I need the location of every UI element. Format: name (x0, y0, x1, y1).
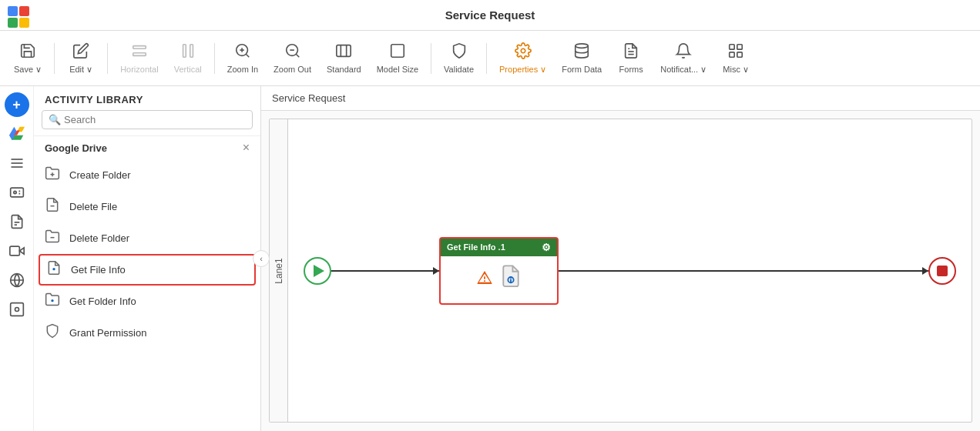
svg-rect-11 (337, 45, 351, 57)
save-icon (19, 42, 36, 63)
gdrive-close-button[interactable]: × (243, 141, 250, 155)
flow-line-1 (331, 270, 439, 272)
svg-point-34 (15, 308, 18, 312)
activity-library-panel: ACTIVITY LIBRARY 🔍 Google Drive × Create… (34, 86, 261, 431)
lane-content: Get File Info .1 ⚙ (288, 119, 972, 422)
delete-file-icon (45, 197, 62, 216)
vertical-label: Vertical (174, 65, 202, 74)
svg-line-9 (296, 54, 299, 57)
svg-rect-22 (737, 52, 742, 56)
list-icon[interactable] (5, 151, 29, 175)
activity-item-grant-permission[interactable]: Grant Permission (34, 317, 260, 349)
svg-rect-21 (730, 52, 734, 56)
activity-item-delete-folder[interactable]: Delete Folder (34, 222, 260, 254)
collapse-panel-button[interactable]: ‹ (253, 250, 270, 267)
svg-rect-2 (183, 45, 186, 58)
zoom-in-label: Zoom In (227, 65, 258, 74)
activity-item-get-file-info[interactable]: Get File Info (39, 254, 256, 286)
add-button[interactable]: + (5, 92, 29, 117)
edit-button[interactable]: Edit ∨ (61, 39, 101, 78)
svg-rect-14 (391, 45, 404, 58)
activity-item-get-folder-info[interactable]: Get Folder Info (34, 286, 260, 317)
model-size-icon (389, 42, 406, 63)
start-node[interactable] (304, 257, 331, 285)
vertical-icon (180, 42, 196, 63)
activity-node-get-file-info[interactable]: Get File Info .1 ⚙ (439, 237, 559, 305)
separator (214, 43, 215, 74)
forms-icon (623, 42, 639, 63)
grant-permission-label: Grant Permission (69, 327, 146, 339)
flow-line-2 (559, 270, 928, 272)
misc-button[interactable]: Misc ∨ (716, 39, 756, 78)
search-icon: 🔍 (49, 114, 61, 125)
get-folder-info-icon (45, 292, 62, 311)
notifications-icon (675, 42, 692, 63)
svg-rect-19 (730, 44, 734, 48)
notes-icon[interactable] (5, 209, 29, 234)
stop-icon (937, 266, 948, 276)
gdrive-title: Google Drive (45, 142, 243, 154)
separator (431, 43, 431, 74)
activity-item-delete-file[interactable]: Delete File (34, 191, 260, 222)
validate-label: Validate (444, 65, 474, 74)
canvas-area: Service Request Lane1 (261, 86, 980, 431)
wordpress-icon[interactable] (5, 268, 29, 292)
activity-list: Create Folder Delete File (34, 159, 260, 431)
video-icon[interactable] (5, 239, 29, 263)
vertical-button[interactable]: Vertical (168, 39, 208, 77)
form-data-button[interactable]: Form Data (555, 39, 608, 77)
top-bar: Service Request (0, 0, 980, 31)
canvas-content[interactable]: Lane1 Get File Info .1 (261, 111, 980, 430)
svg-marker-30 (19, 248, 24, 254)
validate-icon (451, 42, 468, 63)
forms-label: Forms (619, 65, 643, 74)
properties-label: Properties ∨ (499, 65, 546, 75)
delete-file-label: Delete File (69, 201, 117, 212)
activity-node-title: Get File Info .1 (447, 242, 505, 252)
search-box[interactable]: 🔍 (42, 110, 253, 129)
search-input[interactable] (64, 114, 246, 125)
file-icon (499, 264, 522, 296)
grant-permission-icon (45, 323, 62, 342)
standard-label: Standard (327, 65, 361, 74)
save-label: Save ∨ (14, 65, 42, 75)
lane-container: Lane1 Get File Info .1 (269, 119, 972, 423)
misc-icon (727, 42, 744, 63)
standard-button[interactable]: Standard (321, 39, 368, 77)
horizontal-label: Horizontal (120, 65, 159, 74)
activity-node-gear[interactable]: ⚙ (542, 242, 551, 253)
play-icon (314, 265, 324, 277)
zoom-out-button[interactable]: Zoom Out (267, 39, 317, 77)
activity-library-title: ACTIVITY LIBRARY (34, 86, 260, 110)
notifications-label: Notificat... ∨ (660, 65, 706, 75)
svg-rect-3 (190, 45, 193, 58)
separator (486, 43, 487, 74)
end-node[interactable] (928, 257, 956, 285)
page-title: Service Request (445, 8, 535, 22)
save-button[interactable]: Save ∨ (8, 39, 48, 78)
validate-button[interactable]: Validate (438, 39, 480, 77)
standard-icon (335, 42, 352, 63)
svg-rect-1 (133, 53, 146, 56)
google-drive-icon[interactable] (5, 122, 29, 146)
left-icon-rail: + (0, 86, 34, 431)
delete-folder-icon (45, 229, 62, 248)
lane-label-text: Lane1 (274, 258, 284, 283)
svg-rect-33 (10, 303, 23, 316)
separator (107, 43, 108, 74)
forms-button[interactable]: Forms (611, 39, 651, 77)
settings-icon[interactable] (5, 297, 29, 322)
gdrive-header: Google Drive × (34, 135, 260, 159)
properties-button[interactable]: Properties ∨ (493, 39, 552, 78)
form-data-icon (573, 42, 590, 63)
notifications-button[interactable]: Notificat... ∨ (654, 39, 713, 78)
get-folder-info-label: Get Folder Info (69, 296, 136, 307)
model-size-button[interactable]: Model Size (371, 39, 425, 77)
id-icon[interactable] (5, 180, 29, 205)
horizontal-button[interactable]: Horizontal (114, 39, 165, 77)
zoom-in-button[interactable]: Zoom In (221, 39, 264, 77)
svg-rect-0 (133, 46, 146, 49)
activity-item-create-folder[interactable]: Create Folder (34, 159, 260, 191)
edit-icon (72, 42, 89, 63)
svg-point-27 (13, 191, 15, 193)
